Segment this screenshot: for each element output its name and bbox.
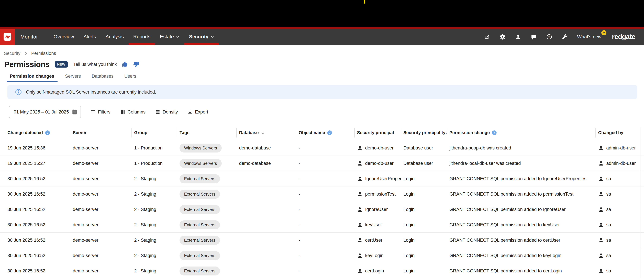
help-icon[interactable]: ? <box>45 130 50 135</box>
top-red-strip <box>0 27 644 29</box>
person-icon <box>357 237 363 243</box>
help-icon[interactable]: ? <box>492 130 497 135</box>
cell-object-name: - <box>296 248 354 263</box>
cell-group: 2 - Staging <box>132 233 177 248</box>
cell-changed-by: sa <box>596 263 644 278</box>
help-icon[interactable]: ? <box>546 34 552 40</box>
column-header-object-name[interactable]: Object name ? <box>296 128 354 138</box>
person-icon <box>357 207 363 212</box>
security-principal-name: IgnoreUser <box>365 207 388 212</box>
thumbs-up-icon[interactable] <box>122 61 128 67</box>
column-header-group[interactable]: Group <box>132 128 177 138</box>
filters-button[interactable]: Filters <box>90 109 110 115</box>
tab-users[interactable]: Users <box>121 74 140 82</box>
cell-changed-by: sa <box>596 202 644 217</box>
user-account-icon[interactable] <box>515 34 521 40</box>
column-header-server[interactable]: Server <box>70 128 132 138</box>
cell-security-principal: IgnoreUserProperties <box>354 171 401 186</box>
column-header-label: Database <box>239 130 259 135</box>
nav-item-label: Estate <box>160 34 174 39</box>
security-principal-name: permissionTest <box>365 191 396 197</box>
column-header-database[interactable]: Database <box>236 128 296 138</box>
open-in-new-icon[interactable] <box>484 34 490 40</box>
cell-security-principal: demo-db-user <box>354 156 401 171</box>
nav-item-reports[interactable]: Reports <box>128 29 155 45</box>
cell-server: demo-server <box>70 233 132 248</box>
redgate-wordmark[interactable]: redgate <box>612 33 635 40</box>
column-header-security-principal-ty[interactable]: Security principal ty… <box>401 128 447 138</box>
table-row[interactable]: 19 Jun 2025 15:36 demo-server 1 - Produc… <box>0 140 644 156</box>
date-range-value: 01 May 2025 – 01 Jul 2025 <box>14 110 69 115</box>
table-body: 19 Jun 2025 15:36 demo-server 1 - Produc… <box>0 140 644 278</box>
person-icon <box>357 253 363 258</box>
tab-databases[interactable]: Databases <box>88 74 117 82</box>
thumbs-down-icon[interactable] <box>133 61 139 67</box>
cell-security-principal-type: Login <box>401 202 447 217</box>
whats-new-link[interactable]: What's new <box>577 34 603 39</box>
browser-chrome-band <box>0 0 644 27</box>
table-row[interactable]: 30 Jun 2025 16:52 demo-server 2 - Stagin… <box>0 186 644 202</box>
tab-permission-changes[interactable]: Permission changes <box>6 74 58 82</box>
nav-item-alerts[interactable]: Alerts <box>79 29 101 45</box>
column-header-security-principal[interactable]: Security principal <box>354 128 401 138</box>
person-icon <box>598 160 604 166</box>
navbar-right: ? What's new redgate <box>484 29 644 45</box>
nav-item-overview[interactable]: Overview <box>49 29 79 45</box>
nav-item-label: Security <box>189 34 208 39</box>
person-icon <box>357 160 363 166</box>
person-icon <box>357 222 363 228</box>
feedback-chat-icon[interactable] <box>530 34 537 40</box>
cell-group: 2 - Staging <box>132 248 177 263</box>
export-button[interactable]: Export <box>187 109 208 115</box>
cell-database <box>236 248 296 263</box>
table-row[interactable]: 30 Jun 2025 16:52 demo-server 2 - Stagin… <box>0 233 644 248</box>
security-principal-name: IgnoreUserProperties <box>365 176 401 181</box>
column-header-change-detected[interactable]: Change detected ? <box>0 128 70 138</box>
cell-change-detected: 30 Jun 2025 16:52 <box>0 186 70 202</box>
density-button[interactable]: Density <box>155 109 178 115</box>
column-header-changed-by[interactable]: Changed by <box>596 128 644 138</box>
nav-item-security[interactable]: Security <box>184 29 219 45</box>
table-row[interactable]: 19 Jun 2025 15:27 demo-server 1 - Produc… <box>0 156 644 171</box>
cell-server: demo-server <box>70 202 132 217</box>
admin-tools-wrench-icon[interactable] <box>562 34 568 40</box>
nav-item-analysis[interactable]: Analysis <box>101 29 128 45</box>
table-row[interactable]: 30 Jun 2025 16:52 demo-server 2 - Stagin… <box>0 202 644 217</box>
svg-text:?: ? <box>329 131 331 135</box>
table-toolbar: 01 May 2025 – 01 Jul 2025 Filters Column… <box>9 106 644 118</box>
help-icon[interactable]: ? <box>327 130 332 135</box>
columns-button[interactable]: Columns <box>120 109 146 115</box>
arrow-up-badge-icon <box>601 30 606 35</box>
sort-desc-icon[interactable] <box>261 130 266 135</box>
cell-security-principal-type: Login <box>401 248 447 263</box>
date-range-picker[interactable]: 01 May 2025 – 01 Jul 2025 <box>9 106 81 118</box>
info-banner: Only self-managed SQL Server instances a… <box>8 85 637 99</box>
tab-servers[interactable]: Servers <box>62 74 84 82</box>
nav-item-estate[interactable]: Estate <box>155 29 184 45</box>
table-row[interactable]: 30 Jun 2025 16:52 demo-server 2 - Stagin… <box>0 248 644 263</box>
redgate-monitor-logo[interactable] <box>0 29 15 45</box>
column-header-label: Security principal <box>357 130 394 135</box>
breadcrumb-security[interactable]: Security <box>4 51 20 56</box>
security-principal-name: certLogin <box>365 268 384 274</box>
person-icon <box>598 237 604 243</box>
column-header-permission-change[interactable]: Permission change ? <box>447 128 596 138</box>
columns-icon <box>120 109 126 115</box>
table-row[interactable]: 30 Jun 2025 16:52 demo-server 2 - Stagin… <box>0 263 644 278</box>
cell-permission-change: GRANT CONNECT SQL permission added to ce… <box>447 263 596 278</box>
calendar-icon <box>72 109 78 115</box>
table-row[interactable]: 30 Jun 2025 16:52 demo-server 2 - Stagin… <box>0 217 644 233</box>
tab-label: Databases <box>92 74 114 79</box>
tag-chip: Windows Servers <box>180 143 222 152</box>
cell-permission-change: GRANT CONNECT SQL permission added to ke… <box>447 217 596 232</box>
columns-label: Columns <box>128 110 146 115</box>
settings-gear-icon[interactable] <box>499 34 506 40</box>
changed-by-name: sa <box>606 176 611 181</box>
tab-bar: Permission changes Servers Databases Use… <box>6 74 644 82</box>
column-header-tags[interactable]: Tags <box>177 128 236 138</box>
cell-group: 1 - Production <box>132 140 177 155</box>
table-row[interactable]: 30 Jun 2025 16:52 demo-server 2 - Stagin… <box>0 171 644 186</box>
cell-changed-by: sa <box>596 186 644 202</box>
feedback-label: Tell us what you think <box>73 62 117 67</box>
person-glyph <box>515 34 521 40</box>
